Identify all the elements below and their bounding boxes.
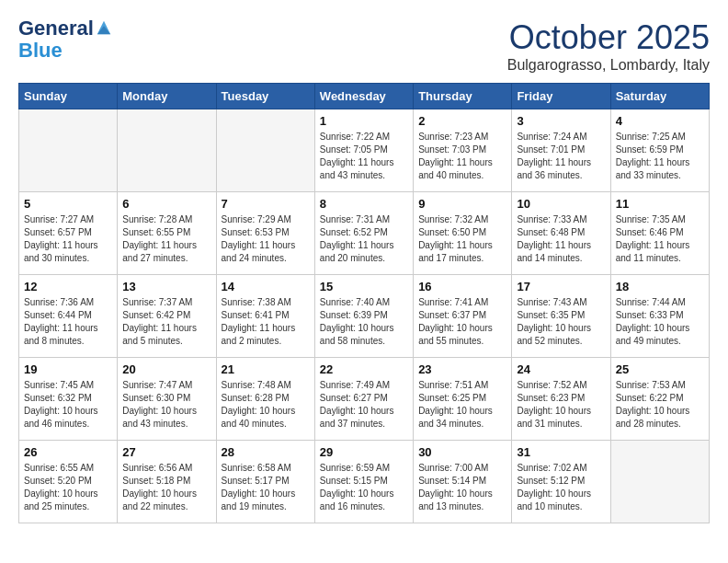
day-info: Sunrise: 7:47 AM Sunset: 6:30 PM Dayligh… <box>122 379 210 431</box>
day-number: 11 <box>616 197 704 211</box>
day-info: Sunrise: 7:32 AM Sunset: 6:50 PM Dayligh… <box>418 213 506 265</box>
header-tuesday: Tuesday <box>216 84 314 109</box>
calendar-cell: 9Sunrise: 7:32 AM Sunset: 6:50 PM Daylig… <box>414 192 512 275</box>
logo: General Blue <box>18 18 112 63</box>
calendar-cell: 25Sunrise: 7:53 AM Sunset: 6:22 PM Dayli… <box>610 358 709 441</box>
day-number: 3 <box>517 114 605 128</box>
day-number: 1 <box>320 114 408 128</box>
day-info: Sunrise: 7:33 AM Sunset: 6:48 PM Dayligh… <box>517 213 605 265</box>
calendar-cell: 22Sunrise: 7:49 AM Sunset: 6:27 PM Dayli… <box>314 358 413 441</box>
day-info: Sunrise: 7:27 AM Sunset: 6:57 PM Dayligh… <box>24 213 112 265</box>
day-info: Sunrise: 7:43 AM Sunset: 6:35 PM Dayligh… <box>517 296 605 348</box>
day-number: 2 <box>418 114 506 128</box>
calendar-cell: 3Sunrise: 7:24 AM Sunset: 7:01 PM Daylig… <box>512 109 610 192</box>
day-number: 13 <box>122 280 210 293</box>
day-info: Sunrise: 7:00 AM Sunset: 5:14 PM Dayligh… <box>418 462 506 513</box>
day-number: 16 <box>418 280 506 293</box>
calendar-cell: 7Sunrise: 7:29 AM Sunset: 6:53 PM Daylig… <box>216 192 314 275</box>
calendar-cell: 12Sunrise: 7:36 AM Sunset: 6:44 PM Dayli… <box>19 275 118 358</box>
calendar-cell: 10Sunrise: 7:33 AM Sunset: 6:48 PM Dayli… <box>512 192 610 275</box>
header-sunday: Sunday <box>19 84 118 109</box>
day-info: Sunrise: 7:24 AM Sunset: 7:01 PM Dayligh… <box>517 131 605 182</box>
calendar-cell: 8Sunrise: 7:31 AM Sunset: 6:52 PM Daylig… <box>314 192 413 275</box>
day-number: 19 <box>24 362 112 376</box>
calendar-cell: 21Sunrise: 7:48 AM Sunset: 6:28 PM Dayli… <box>216 358 314 441</box>
calendar-week-4: 19Sunrise: 7:45 AM Sunset: 6:32 PM Dayli… <box>19 358 710 441</box>
day-number: 22 <box>320 362 408 376</box>
day-info: Sunrise: 6:56 AM Sunset: 5:18 PM Dayligh… <box>122 462 210 513</box>
calendar-cell: 31Sunrise: 7:02 AM Sunset: 5:12 PM Dayli… <box>512 441 610 523</box>
day-number: 25 <box>616 362 704 376</box>
calendar-cell: 23Sunrise: 7:51 AM Sunset: 6:25 PM Dayli… <box>414 358 512 441</box>
day-info: Sunrise: 7:41 AM Sunset: 6:37 PM Dayligh… <box>418 296 506 348</box>
location: Bulgarograsso, Lombardy, Italy <box>507 57 710 74</box>
calendar-cell: 18Sunrise: 7:44 AM Sunset: 6:33 PM Dayli… <box>610 275 709 358</box>
day-info: Sunrise: 7:44 AM Sunset: 6:33 PM Dayligh… <box>616 296 704 348</box>
day-info: Sunrise: 7:28 AM Sunset: 6:55 PM Dayligh… <box>122 213 210 265</box>
svg-marker-1 <box>97 26 110 34</box>
day-info: Sunrise: 7:29 AM Sunset: 6:53 PM Dayligh… <box>222 213 310 265</box>
day-number: 29 <box>320 445 408 459</box>
day-info: Sunrise: 7:49 AM Sunset: 6:27 PM Dayligh… <box>320 379 408 431</box>
day-number: 10 <box>517 197 605 211</box>
day-number: 17 <box>517 280 605 293</box>
day-number: 12 <box>24 280 112 293</box>
day-number: 5 <box>24 197 112 211</box>
day-number: 27 <box>122 445 210 459</box>
day-info: Sunrise: 7:48 AM Sunset: 6:28 PM Dayligh… <box>222 379 310 431</box>
calendar-cell: 11Sunrise: 7:35 AM Sunset: 6:46 PM Dayli… <box>610 192 709 275</box>
day-info: Sunrise: 7:23 AM Sunset: 7:03 PM Dayligh… <box>418 131 506 182</box>
header-saturday: Saturday <box>610 84 709 109</box>
day-number: 9 <box>418 197 506 211</box>
calendar-cell: 17Sunrise: 7:43 AM Sunset: 6:35 PM Dayli… <box>512 275 610 358</box>
calendar-cell: 26Sunrise: 6:55 AM Sunset: 5:20 PM Dayli… <box>19 441 118 523</box>
day-info: Sunrise: 7:37 AM Sunset: 6:42 PM Dayligh… <box>122 296 210 348</box>
day-number: 21 <box>222 362 310 376</box>
logo-icon <box>96 19 112 36</box>
day-number: 26 <box>24 445 112 459</box>
month-title: October 2025 <box>507 18 710 57</box>
day-info: Sunrise: 7:22 AM Sunset: 7:05 PM Dayligh… <box>320 131 408 182</box>
day-info: Sunrise: 7:35 AM Sunset: 6:46 PM Dayligh… <box>616 213 704 265</box>
calendar-cell: 30Sunrise: 7:00 AM Sunset: 5:14 PM Dayli… <box>414 441 512 523</box>
title-area: October 2025 Bulgarograsso, Lombardy, It… <box>507 18 710 74</box>
day-number: 18 <box>616 280 704 293</box>
day-number: 28 <box>222 445 310 459</box>
calendar-cell <box>19 109 118 192</box>
day-number: 8 <box>320 197 408 211</box>
day-number: 31 <box>517 445 605 459</box>
day-number: 6 <box>122 197 210 211</box>
calendar-cell: 29Sunrise: 6:59 AM Sunset: 5:15 PM Dayli… <box>314 441 413 523</box>
day-info: Sunrise: 7:51 AM Sunset: 6:25 PM Dayligh… <box>418 379 506 431</box>
day-info: Sunrise: 7:52 AM Sunset: 6:23 PM Dayligh… <box>517 379 605 431</box>
calendar-cell: 24Sunrise: 7:52 AM Sunset: 6:23 PM Dayli… <box>512 358 610 441</box>
page-header: General Blue October 2025 Bulgarograsso,… <box>18 18 710 74</box>
calendar-cell: 16Sunrise: 7:41 AM Sunset: 6:37 PM Dayli… <box>414 275 512 358</box>
calendar-cell: 13Sunrise: 7:37 AM Sunset: 6:42 PM Dayli… <box>118 275 216 358</box>
calendar-cell: 19Sunrise: 7:45 AM Sunset: 6:32 PM Dayli… <box>19 358 118 441</box>
calendar-cell: 6Sunrise: 7:28 AM Sunset: 6:55 PM Daylig… <box>118 192 216 275</box>
day-info: Sunrise: 6:59 AM Sunset: 5:15 PM Dayligh… <box>320 462 408 513</box>
header-monday: Monday <box>118 84 216 109</box>
calendar-cell: 5Sunrise: 7:27 AM Sunset: 6:57 PM Daylig… <box>19 192 118 275</box>
day-info: Sunrise: 7:36 AM Sunset: 6:44 PM Dayligh… <box>24 296 112 348</box>
day-number: 24 <box>517 362 605 376</box>
calendar-cell: 2Sunrise: 7:23 AM Sunset: 7:03 PM Daylig… <box>414 109 512 192</box>
calendar-body: 1Sunrise: 7:22 AM Sunset: 7:05 PM Daylig… <box>19 109 710 523</box>
calendar-week-1: 1Sunrise: 7:22 AM Sunset: 7:05 PM Daylig… <box>19 109 710 192</box>
header-wednesday: Wednesday <box>314 84 413 109</box>
calendar-cell: 20Sunrise: 7:47 AM Sunset: 6:30 PM Dayli… <box>118 358 216 441</box>
day-info: Sunrise: 7:45 AM Sunset: 6:32 PM Dayligh… <box>24 379 112 431</box>
calendar-cell: 14Sunrise: 7:38 AM Sunset: 6:41 PM Dayli… <box>216 275 314 358</box>
calendar-table: SundayMondayTuesdayWednesdayThursdayFrid… <box>18 83 710 523</box>
calendar-cell: 1Sunrise: 7:22 AM Sunset: 7:05 PM Daylig… <box>314 109 413 192</box>
day-info: Sunrise: 7:53 AM Sunset: 6:22 PM Dayligh… <box>616 379 704 431</box>
day-number: 15 <box>320 280 408 293</box>
calendar-week-2: 5Sunrise: 7:27 AM Sunset: 6:57 PM Daylig… <box>19 192 710 275</box>
day-number: 30 <box>418 445 506 459</box>
calendar-cell: 28Sunrise: 6:58 AM Sunset: 5:17 PM Dayli… <box>216 441 314 523</box>
day-number: 23 <box>418 362 506 376</box>
day-info: Sunrise: 7:25 AM Sunset: 6:59 PM Dayligh… <box>616 131 704 182</box>
calendar-cell <box>216 109 314 192</box>
day-info: Sunrise: 6:58 AM Sunset: 5:17 PM Dayligh… <box>222 462 310 513</box>
